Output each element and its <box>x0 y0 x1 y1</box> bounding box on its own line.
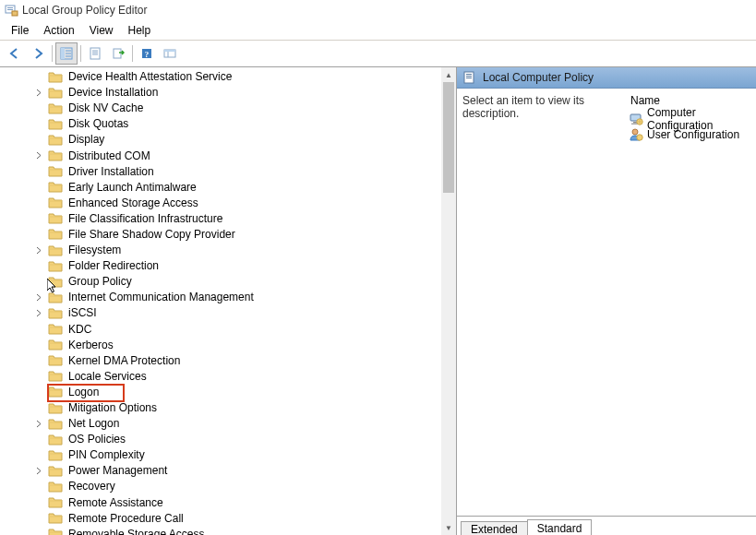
tree-item[interactable]: Locale Services <box>48 369 456 385</box>
tree-item[interactable]: Device Health Attestation Service <box>48 69 456 85</box>
chevron-right-icon[interactable] <box>35 246 43 255</box>
tree-item[interactable]: Folder Redirection <box>48 258 456 274</box>
title-bar: Local Group Policy Editor <box>0 0 756 21</box>
tree-item[interactable]: Group Policy <box>48 274 456 290</box>
folder-icon <box>48 512 63 525</box>
tab-extended[interactable]: Extended <box>461 521 528 535</box>
tree-item-label: Early Launch Antimalware <box>66 180 198 196</box>
tree-item[interactable]: Remote Procedure Call <box>48 511 456 527</box>
folder-icon <box>48 244 63 257</box>
tree-item[interactable]: iSCSI <box>48 305 456 321</box>
tree-item-label: Kernel DMA Protection <box>66 353 182 369</box>
toolbar-separator <box>80 45 81 62</box>
svg-point-28 <box>637 134 642 139</box>
svg-rect-1 <box>7 7 13 8</box>
tree-item-label: File Share Shadow Copy Provider <box>66 227 237 243</box>
tree-item[interactable]: Net Logon <box>48 416 456 432</box>
tree-item[interactable]: Logon <box>48 385 456 400</box>
folder-icon <box>48 196 63 209</box>
tree-item-label: Disk Quotas <box>66 116 130 132</box>
tree-pane: Device Health Attestation ServiceDevice … <box>0 67 457 535</box>
folder-icon <box>48 149 63 162</box>
menu-file[interactable]: File <box>4 22 36 39</box>
computer-config-icon <box>629 112 643 126</box>
show-tree-button[interactable] <box>55 42 78 65</box>
tree-item[interactable]: Power Management <box>48 463 456 479</box>
tree-item[interactable]: Mitigation Options <box>48 400 456 416</box>
tree-item-label: Driver Installation <box>66 164 156 180</box>
chevron-right-icon[interactable] <box>35 89 43 97</box>
tree-item[interactable]: PIN Complexity <box>48 447 456 463</box>
svg-point-27 <box>632 129 638 135</box>
scroll-track[interactable] <box>441 82 456 520</box>
folder-icon <box>48 418 63 431</box>
tree-item[interactable]: Disk Quotas <box>48 116 456 132</box>
scroll-down-icon[interactable]: ▼ <box>441 520 456 535</box>
window-title: Local Group Policy Editor <box>22 4 147 17</box>
details-pane: Local Computer Policy Select an item to … <box>457 67 756 535</box>
tree-item-label: iSCSI <box>66 305 99 321</box>
tree-item-label: Locale Services <box>66 369 149 385</box>
scroll-thumb[interactable] <box>443 82 454 193</box>
list-item-label: User Configuration <box>647 128 739 141</box>
tree-item[interactable]: Driver Installation <box>48 164 456 180</box>
tree-item[interactable]: KDC <box>48 322 456 338</box>
tree-item[interactable]: Removable Storage Access <box>48 527 456 535</box>
chevron-right-icon[interactable] <box>35 309 43 317</box>
tree-item[interactable]: File Share Shadow Copy Provider <box>48 227 456 243</box>
svg-rect-5 <box>61 48 65 59</box>
tree-item[interactable]: Display <box>48 132 456 148</box>
scroll-up-icon[interactable]: ▲ <box>441 67 456 82</box>
tab-standard[interactable]: Standard <box>527 519 593 535</box>
list-item[interactable]: User Configuration <box>627 126 750 142</box>
tree-item[interactable]: Kerberos <box>48 338 456 353</box>
tree-item-label: Power Management <box>66 463 169 479</box>
tree-item[interactable]: Early Launch Antimalware <box>48 180 456 196</box>
svg-rect-2 <box>7 9 13 10</box>
folder-icon <box>48 323 63 336</box>
folder-icon <box>48 71 63 84</box>
chevron-right-icon[interactable] <box>35 420 43 428</box>
tree-item[interactable]: Disk NV Cache <box>48 101 456 116</box>
menu-view[interactable]: View <box>82 22 121 39</box>
tree-item[interactable]: Kernel DMA Protection <box>48 353 456 369</box>
tree-item[interactable]: OS Policies <box>48 432 456 447</box>
properties-button[interactable] <box>84 42 106 65</box>
chevron-right-icon[interactable] <box>35 293 43 302</box>
export-button[interactable] <box>107 42 129 65</box>
folder-icon <box>48 260 63 273</box>
tree[interactable]: Device Health Attestation ServiceDevice … <box>0 67 456 535</box>
folder-icon <box>48 449 63 462</box>
vertical-scrollbar[interactable]: ▲ ▼ <box>441 67 456 535</box>
show-hide-console-button[interactable] <box>159 42 181 65</box>
folder-icon <box>48 118 63 131</box>
forward-button[interactable] <box>27 42 49 65</box>
tree-item[interactable]: File Classification Infrastructure <box>48 211 456 227</box>
tree-item-label: Mitigation Options <box>66 400 159 416</box>
chevron-right-icon[interactable] <box>35 467 43 475</box>
tree-item[interactable]: Enhanced Storage Access <box>48 196 456 211</box>
svg-rect-17 <box>164 50 175 52</box>
back-button[interactable] <box>4 42 26 65</box>
tree-item[interactable]: Recovery <box>48 479 456 494</box>
tree-item-label: Device Health Attestation Service <box>66 69 234 85</box>
folder-icon <box>48 481 63 493</box>
folder-icon <box>48 354 63 367</box>
tree-item[interactable]: Device Installation <box>48 85 456 101</box>
tree-item-label: Distributed COM <box>66 149 152 164</box>
chevron-right-icon[interactable] <box>35 151 43 160</box>
tree-item-label: Filesystem <box>66 243 123 258</box>
tree-item-label: Remote Assistance <box>66 495 165 511</box>
menu-help[interactable]: Help <box>121 22 159 39</box>
help-button[interactable]: ? <box>136 42 158 65</box>
tree-item[interactable]: Internet Communication Management <box>48 290 456 305</box>
tab-strip: Extended Standard <box>457 516 756 535</box>
folder-icon <box>48 496 63 509</box>
tree-item[interactable]: Remote Assistance <box>48 495 456 511</box>
tree-item[interactable]: Distributed COM <box>48 148 456 163</box>
list-item[interactable]: Computer Configuration <box>627 111 750 126</box>
tree-item[interactable]: Filesystem <box>48 243 456 258</box>
folder-icon <box>48 102 63 115</box>
menu-action[interactable]: Action <box>36 22 81 39</box>
folder-icon <box>48 165 63 178</box>
